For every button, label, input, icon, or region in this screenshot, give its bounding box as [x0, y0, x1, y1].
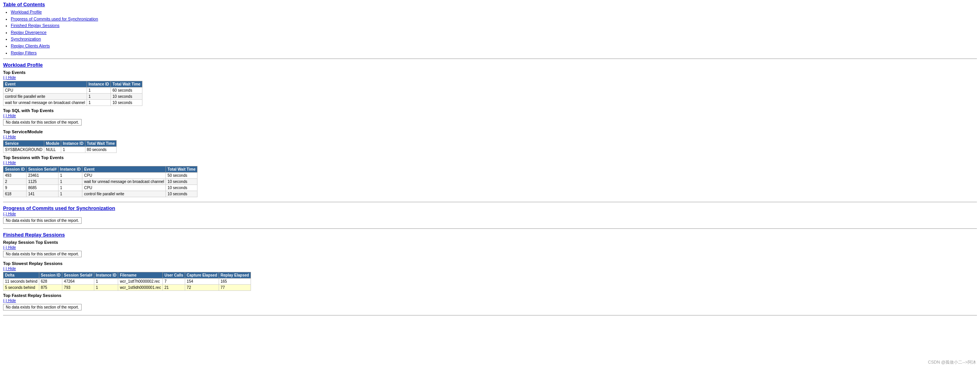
top-fastest-hide[interactable]: (-) Hide: [3, 299, 977, 303]
col-total-wait2: Total Wait Time: [85, 141, 117, 147]
replay-top-events-no-data: No data exists for this section of the r…: [3, 251, 82, 257]
toc-item-alerts: Replay Clients Alerts: [11, 43, 977, 50]
table-row: 211251wait for unread message on broadca…: [3, 179, 197, 185]
col-session-serial2: Session Serial#: [62, 272, 94, 278]
table-row: CPU160 seconds: [3, 87, 142, 94]
replay-top-events-hide[interactable]: (-) Hide: [3, 245, 977, 250]
workload-profile-section: Workload Profile Top Events (-) Hide Eve…: [3, 62, 977, 202]
top-sessions-title: Top Sessions with Top Events: [3, 155, 977, 160]
progress-no-data: No data exists for this section of the r…: [3, 217, 82, 224]
toc-link-filters[interactable]: Replay Filters: [11, 50, 37, 55]
finished-replay-section: Finished Replay Sessions Replay Session …: [3, 232, 977, 315]
toc-item-sync: Synchronization: [11, 36, 977, 43]
top-service-hide[interactable]: (-) Hide: [3, 135, 977, 139]
col-delta: Delta: [3, 272, 39, 278]
col-session-id: Session ID: [3, 166, 27, 173]
toc-item-workload: Workload Profile: [11, 9, 977, 16]
col-session-serial: Session Serial#: [27, 166, 59, 173]
table-row: control file parallel write110 seconds: [3, 94, 142, 100]
top-sessions-table: Session ID Session Serial# Instance ID E…: [3, 166, 197, 197]
table-row: 6181411control file parallel write10 sec…: [3, 191, 197, 197]
table-row: 493234611CPU50 seconds: [3, 173, 197, 179]
top-slowest-title: Top Slowest Replay Sessions: [3, 261, 977, 266]
workload-profile-title[interactable]: Workload Profile: [3, 62, 977, 68]
toc-link-divergence[interactable]: Replay Divergence: [11, 30, 47, 35]
col-total-wait3: Total Wait Time: [166, 166, 197, 173]
toc-item-filters: Replay Filters: [11, 50, 977, 57]
top-fastest-no-data: No data exists for this section of the r…: [3, 304, 82, 310]
toc-item-divergence: Replay Divergence: [11, 29, 977, 36]
table-row: SYS$BACKGROUNDNULL180 seconds: [3, 147, 117, 153]
col-instance-id4: Instance ID: [94, 272, 118, 278]
top-slowest-header-row: Delta Session ID Session Serial# Instanc…: [3, 272, 251, 278]
top-fastest-title: Top Fastest Replay Sessions: [3, 293, 977, 298]
toc-link-progress[interactable]: Progress of Commits used for Synchroniza…: [11, 17, 98, 21]
toc-item-progress: Progress of Commits used for Synchroniza…: [11, 16, 977, 23]
progress-hide[interactable]: (-) Hide: [3, 212, 977, 216]
col-user-calls: User Calls: [163, 272, 185, 278]
col-filename: Filename: [118, 272, 163, 278]
top-events-title: Top Events: [3, 70, 977, 75]
finished-replay-title[interactable]: Finished Replay Sessions: [3, 232, 977, 238]
top-sql-no-data: No data exists for this section of the r…: [3, 119, 82, 126]
toc-link-alerts[interactable]: Replay Clients Alerts: [11, 44, 50, 48]
top-events-hide[interactable]: (-) Hide: [3, 75, 977, 80]
top-sql-title: Top SQL with Top Events: [3, 108, 977, 113]
toc-section: Table of Contents Workload Profile Progr…: [3, 2, 977, 59]
top-service-header-row: Service Module Instance ID Total Wait Ti…: [3, 141, 117, 147]
top-events-table: Event Instance ID Total Wait Time CPU160…: [3, 81, 142, 106]
col-event: Event: [3, 81, 87, 87]
top-events-header-row: Event Instance ID Total Wait Time: [3, 81, 142, 87]
toc-item-finished: Finished Replay Sessions: [11, 22, 977, 29]
col-instance-id3: Instance ID: [59, 166, 82, 173]
top-service-table: Service Module Instance ID Total Wait Ti…: [3, 140, 117, 153]
col-module: Module: [44, 141, 61, 147]
table-row: 11 seconds behind628472641wcr_1stf7h0000…: [3, 278, 251, 285]
top-slowest-hide[interactable]: (-) Hide: [3, 267, 977, 271]
top-sql-hide[interactable]: (-) Hide: [3, 114, 977, 118]
top-service-title: Top Service/Module: [3, 129, 977, 134]
top-slowest-table: Delta Session ID Session Serial# Instanc…: [3, 272, 251, 291]
col-service: Service: [3, 141, 44, 147]
col-capture-elapsed: Capture Elapsed: [185, 272, 219, 278]
top-sessions-hide[interactable]: (-) Hide: [3, 161, 977, 165]
toc-link-workload[interactable]: Workload Profile: [11, 10, 42, 14]
toc-link-sync[interactable]: Synchronization: [11, 37, 41, 41]
progress-commits-section: Progress of Commits used for Synchroniza…: [3, 205, 977, 229]
toc-link-finished[interactable]: Finished Replay Sessions: [11, 23, 60, 28]
progress-commits-title[interactable]: Progress of Commits used for Synchroniza…: [3, 205, 977, 211]
table-row: wait for unread message on broadcast cha…: [3, 100, 142, 106]
toc-list: Workload Profile Progress of Commits use…: [3, 9, 977, 56]
col-instance-id: Instance ID: [87, 81, 110, 87]
col-total-wait: Total Wait Time: [111, 81, 142, 87]
toc-title[interactable]: Table of Contents: [3, 2, 977, 7]
col-replay-elapsed: Replay Elapsed: [219, 272, 251, 278]
col-session-id2: Session ID: [39, 272, 62, 278]
replay-top-events-title: Replay Session Top Events: [3, 240, 977, 245]
table-row: 5 seconds behind8757931wcr_1st9dh0000001…: [3, 285, 251, 291]
col-event: Event: [82, 166, 166, 173]
table-row: 986851CPU10 seconds: [3, 185, 197, 191]
top-sessions-header-row: Session ID Session Serial# Instance ID E…: [3, 166, 197, 173]
col-instance-id2: Instance ID: [61, 141, 85, 147]
